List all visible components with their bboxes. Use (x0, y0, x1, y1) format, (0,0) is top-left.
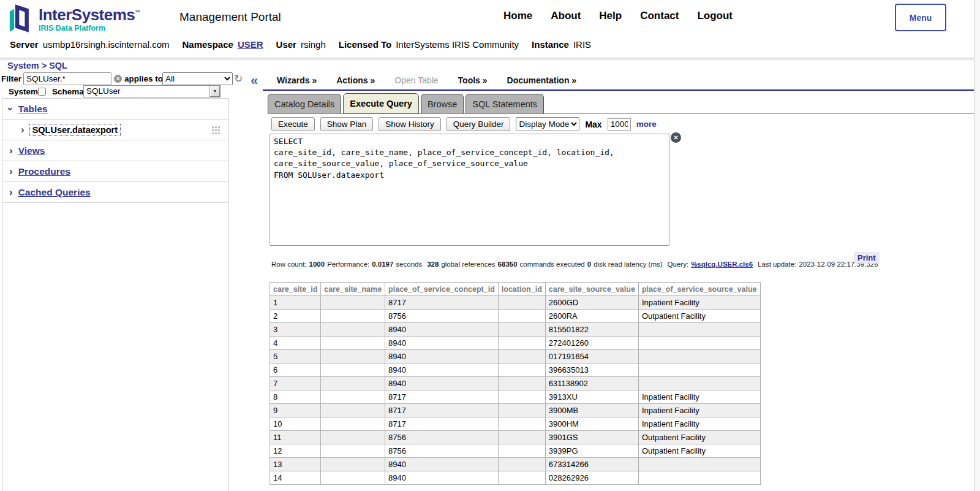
nav-home[interactable]: Home (503, 10, 532, 22)
breadcrumb-system[interactable]: System (7, 61, 39, 70)
table-cell (498, 404, 545, 417)
table-cell (498, 323, 545, 337)
logo-subtitle: IRIS Data Platform (39, 24, 140, 32)
table-cell (498, 377, 545, 390)
drag-grip-icon[interactable] (211, 126, 220, 134)
max-rows-input[interactable] (608, 118, 631, 131)
schema-combobox[interactable]: SQLUser ▼ (83, 85, 221, 97)
menu-tools[interactable]: Tools » (458, 75, 488, 85)
print-button[interactable]: Print (854, 252, 880, 264)
table-cell (638, 350, 760, 363)
table-cell: 8940 (385, 363, 499, 377)
table-cell: 3 (270, 323, 321, 337)
chevron-right-icon[interactable]: › (21, 124, 24, 135)
table-cell: 10 (270, 417, 321, 431)
tree-procedures-link[interactable]: Procedures (18, 166, 70, 177)
table-cell: 631138902 (545, 377, 638, 390)
table-cell (498, 310, 545, 323)
table-cell: 815501822 (545, 323, 638, 337)
table-row: 1187563901GSOutpatient Facility (270, 431, 761, 444)
display-mode-select[interactable]: Display Mode (516, 117, 579, 131)
collapse-sidebar-icon[interactable]: « (251, 73, 258, 89)
table-cell (321, 390, 385, 404)
tree-cached-queries-link[interactable]: Cached Queries (18, 187, 91, 198)
sql-query-textarea[interactable]: SELECT care_site_id, care_site_name, pla… (270, 134, 669, 246)
table-cell: 9 (270, 404, 321, 417)
user-info: Userrsingh (276, 39, 326, 50)
vertical-scrollbar[interactable] (974, 0, 980, 491)
tree-item-views[interactable]: › Views (2, 140, 228, 161)
col-care-site-source-value: care_site_source_value (545, 283, 638, 296)
table-cell (498, 458, 545, 471)
table-row: 58940017191654 (270, 350, 761, 363)
refresh-icon[interactable]: ↻ (234, 72, 243, 85)
table-cell: 8940 (385, 471, 499, 485)
tree-tables-link[interactable]: Tables (18, 104, 48, 115)
chevron-right-icon[interactable]: › (9, 166, 13, 177)
menubar: Wizards » Actions » Open Table Tools » D… (277, 75, 576, 85)
tree-item-dataexport[interactable]: › SQLUser.dataexport (2, 120, 228, 140)
cached-query-link[interactable]: %sqlcq.USER.cls6 (691, 261, 753, 268)
menu-button[interactable]: Menu (895, 4, 946, 31)
show-history-button[interactable]: Show History (379, 117, 441, 131)
table-cell: 3900MB (545, 404, 638, 417)
tab-sql-statements[interactable]: SQL Statements (466, 94, 544, 114)
chevron-right-icon[interactable]: › (9, 145, 13, 156)
chevron-down-icon[interactable]: › (6, 107, 16, 111)
nav-help[interactable]: Help (599, 10, 622, 22)
table-cell (321, 337, 385, 350)
menu-actions[interactable]: Actions » (336, 75, 375, 85)
intersystems-logo: InterSystems™ IRIS Data Platform (9, 2, 140, 37)
info-bar: Serverusmbp16rsingh.iscinternal.com Name… (10, 39, 591, 50)
tree-views-link[interactable]: Views (18, 145, 45, 156)
table-cell (638, 337, 760, 350)
nav-about[interactable]: About (551, 10, 581, 22)
table-cell: 7 (270, 377, 321, 390)
table-cell: Inpatient Facility (638, 404, 760, 417)
chevron-right-icon[interactable]: › (9, 187, 13, 197)
table-cell (498, 444, 545, 458)
table-cell (498, 471, 545, 485)
schema-dropdown-icon[interactable]: ▼ (209, 86, 220, 97)
query-builder-button[interactable]: Query Builder (447, 117, 511, 131)
table-cell (321, 404, 385, 417)
filter-input[interactable] (23, 72, 111, 85)
filter-label: Filter (1, 74, 21, 83)
breadcrumb: System > SQL (7, 61, 67, 70)
system-checkbox[interactable] (38, 88, 46, 96)
table-cell: 8940 (385, 458, 499, 471)
nav-logout[interactable]: Logout (697, 10, 733, 22)
tree-item-cached-queries[interactable]: › Cached Queries (2, 182, 228, 203)
tab-execute-query[interactable]: Execute Query (343, 93, 419, 114)
tab-catalog-details[interactable]: Catalog Details (268, 94, 341, 114)
nav-contact[interactable]: Contact (640, 10, 679, 22)
table-cell: 2600RA (545, 310, 638, 323)
table-cell: 3913XU (545, 390, 638, 404)
tab-browse[interactable]: Browse (421, 94, 464, 114)
tab-bar: Catalog Details Execute Query Browse SQL… (268, 93, 544, 114)
clear-filter-icon[interactable]: ✕ (114, 75, 122, 83)
menu-documentation[interactable]: Documentation » (507, 75, 577, 85)
table-cell (638, 471, 760, 485)
tree-item-procedures[interactable]: › Procedures (2, 161, 228, 182)
execute-button[interactable]: Execute (271, 117, 315, 131)
tree-item-tables[interactable]: › Tables (2, 99, 228, 120)
more-link[interactable]: more (636, 120, 657, 129)
namespace-info: NamespaceUSER (182, 39, 263, 50)
table-cell (638, 377, 760, 390)
query-toolbar: Execute Show Plan Show History Query Bui… (271, 117, 657, 131)
table-cell: Outpatient Facility (638, 431, 760, 444)
show-plan-button[interactable]: Show Plan (320, 117, 374, 131)
namespace-link[interactable]: USER (238, 39, 263, 50)
tree-dataexport-link[interactable]: SQLUser.dataexport (30, 124, 120, 135)
breadcrumb-sql[interactable]: SQL (49, 61, 67, 70)
table-cell (321, 377, 385, 390)
clear-query-icon[interactable]: ✕ (671, 132, 681, 143)
table-cell: Inpatient Facility (638, 417, 760, 431)
table-cell: 028262926 (545, 471, 638, 485)
applies-to-select[interactable]: All (162, 72, 233, 85)
table-row: 38940815501822 (270, 323, 761, 337)
menu-wizards[interactable]: Wizards » (277, 75, 317, 85)
intersystems-logo-icon (9, 2, 34, 37)
table-cell: 3939PG (545, 444, 638, 458)
